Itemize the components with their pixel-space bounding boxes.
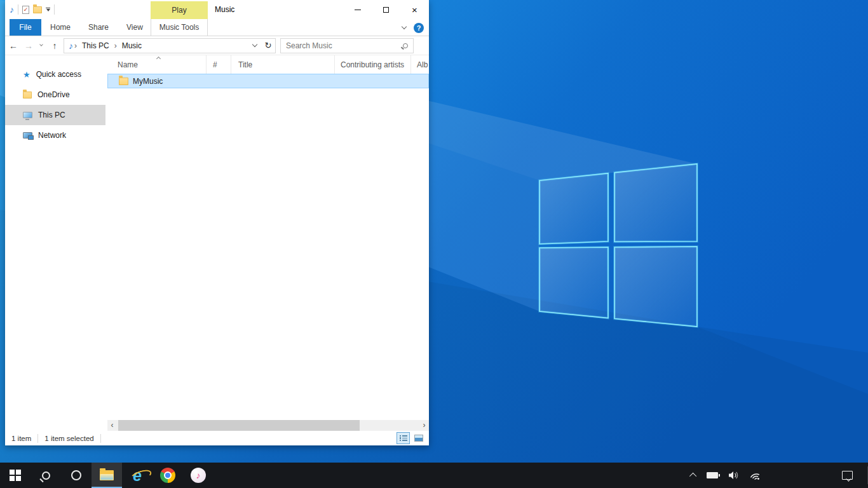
navigation-pane: ★ Quick access OneDrive This PC Network (5, 55, 105, 431)
quick-access-star-icon: ★ (23, 71, 31, 79)
up-button[interactable]: ↑ (47, 41, 62, 51)
column-header-album[interactable]: Alb (411, 55, 429, 74)
windows-logo-icon (10, 470, 21, 481)
back-button[interactable]: ← (5, 41, 22, 51)
minimize-button[interactable] (343, 0, 372, 19)
network-icon (23, 132, 32, 139)
customize-qat-dropdown-icon[interactable] (46, 8, 50, 11)
scrollbar-track[interactable] (117, 420, 419, 431)
taskbar-itunes-button[interactable]: ♪ (183, 463, 214, 488)
search-box (280, 38, 414, 53)
taskbar-chrome-button[interactable] (153, 463, 183, 488)
properties-icon[interactable]: ✓ (22, 6, 29, 14)
taskbar-search-button[interactable] (31, 463, 61, 488)
file-explorer-icon (100, 470, 114, 480)
sidebar-item-network[interactable]: Network (5, 125, 105, 146)
column-header-name[interactable]: Name (107, 55, 207, 74)
window-title: Music (215, 0, 234, 19)
file-explorer-window: ♪ ✓ Play Music × File Home Share View (5, 0, 429, 445)
contextual-tab-header-play[interactable]: Play (151, 1, 208, 19)
hidden-icons-chevron-icon[interactable] (689, 473, 696, 480)
file-list: MyMusic (107, 74, 429, 420)
sidebar-item-label: Network (38, 131, 66, 140)
horizontal-scrollbar[interactable]: ‹ › (107, 420, 429, 431)
close-icon: × (412, 5, 417, 15)
tab-view[interactable]: View (118, 19, 152, 36)
scrollbar-thumb[interactable] (118, 420, 360, 431)
recent-locations-dropdown[interactable] (36, 45, 47, 46)
sidebar-item-label: OneDrive (37, 90, 70, 99)
cortana-button[interactable] (61, 463, 92, 488)
action-center-icon[interactable] (842, 471, 853, 480)
volume-icon[interactable] (728, 470, 739, 480)
column-headers: Name # Title Contributing artists Alb (107, 55, 429, 74)
column-header-contributing-artists[interactable]: Contributing artists (335, 55, 411, 74)
tab-share[interactable]: Share (79, 19, 118, 36)
folder-icon (119, 78, 128, 85)
explorer-content: ★ Quick access OneDrive This PC Network (5, 55, 429, 431)
selection-count: 1 item selected (38, 434, 100, 443)
navigation-bar: ← → ↑ ♪ › This PC › Music ↻ (5, 36, 429, 55)
status-bar: 1 item 1 item selected (5, 431, 429, 445)
breadcrumb-separator-icon: › (113, 41, 118, 50)
breadcrumb-this-pc[interactable]: This PC (78, 39, 113, 53)
sidebar-item-label: Quick access (36, 70, 81, 79)
scroll-right-icon[interactable]: › (419, 420, 429, 431)
search-icon (42, 471, 50, 480)
itunes-icon: ♪ (191, 468, 206, 483)
chrome-icon (160, 468, 175, 483)
sidebar-item-label: This PC (38, 111, 65, 119)
address-dropdown-icon[interactable] (248, 39, 261, 53)
start-button[interactable] (0, 463, 31, 488)
breadcrumb-music[interactable]: Music (118, 39, 146, 53)
cortana-circle-icon (71, 470, 81, 480)
internet-explorer-icon: e (133, 468, 142, 484)
taskbar: e ♪ (0, 463, 868, 488)
close-button[interactable]: × (400, 0, 429, 19)
scroll-left-icon[interactable]: ‹ (107, 420, 117, 431)
tab-file[interactable]: File (10, 19, 41, 36)
file-row-mymusic[interactable]: MyMusic (107, 74, 429, 88)
folder-icon (23, 92, 32, 98)
help-icon[interactable]: ? (414, 23, 424, 33)
expand-ribbon-chevron-icon[interactable] (402, 24, 407, 29)
search-input[interactable] (281, 41, 394, 50)
address-bar[interactable]: ♪ › This PC › Music ↻ (64, 38, 276, 53)
column-header-number[interactable]: # (207, 55, 231, 74)
caption-buttons: × (343, 0, 429, 19)
breadcrumb-separator-icon: › (73, 41, 78, 50)
item-count: 1 item (5, 434, 38, 443)
thumbnail-view-icon (414, 435, 423, 442)
large-icons-view-button[interactable] (412, 432, 425, 444)
search-icon[interactable] (403, 43, 408, 48)
maximize-button[interactable] (372, 0, 400, 19)
refresh-icon[interactable]: ↻ (261, 39, 275, 53)
sidebar-item-this-pc[interactable]: This PC (5, 105, 105, 125)
app-music-note-icon: ♪ (10, 5, 14, 14)
file-name: MyMusic (133, 77, 163, 86)
battery-icon[interactable] (707, 472, 718, 478)
wifi-icon[interactable] (749, 470, 762, 480)
monitor-icon (23, 112, 32, 118)
taskbar-internet-explorer-button[interactable]: e (122, 463, 153, 488)
tab-home[interactable]: Home (41, 19, 79, 36)
taskbar-file-explorer-button[interactable] (92, 463, 122, 488)
ribbon-tabs: File Home Share View Music Tools ? (5, 19, 429, 36)
sidebar-item-onedrive[interactable]: OneDrive (5, 85, 105, 105)
column-header-title[interactable]: Title (231, 55, 335, 74)
details-view-icon (400, 435, 407, 441)
quick-access-toolbar: ♪ ✓ (5, 4, 55, 15)
sidebar-item-quick-access[interactable]: ★ Quick access (5, 64, 105, 85)
qat-separator (18, 4, 18, 15)
tab-music-tools[interactable]: Music Tools (151, 19, 208, 36)
location-music-icon: ♪ (64, 41, 73, 50)
details-view-button[interactable] (397, 432, 410, 444)
qat-separator (54, 4, 55, 15)
file-list-pane: Name # Title Contributing artists Alb My… (107, 55, 429, 431)
forward-button[interactable]: → (22, 41, 36, 51)
title-bar[interactable]: ♪ ✓ Play Music × (5, 0, 429, 19)
desktop: ♪ ✓ Play Music × File Home Share View (0, 0, 868, 488)
system-tray (691, 463, 868, 488)
new-folder-icon[interactable] (33, 6, 42, 13)
sort-ascending-icon (156, 57, 161, 61)
